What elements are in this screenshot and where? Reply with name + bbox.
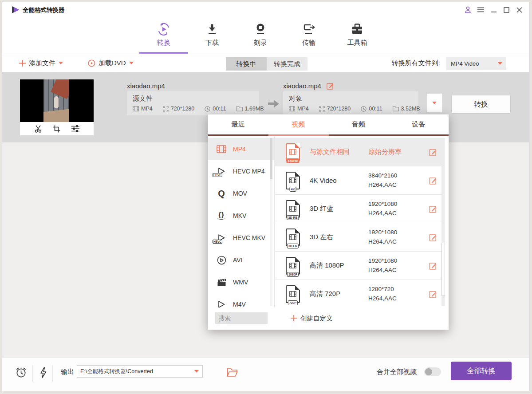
popup-tab-line <box>208 134 449 136</box>
format-item-mov[interactable]: Q MOV <box>208 182 274 205</box>
footer-divider <box>32 365 33 382</box>
merge-videos-toggle[interactable] <box>424 367 441 376</box>
edit-preset-icon[interactable] <box>429 205 437 213</box>
scrollbar-thumb[interactable] <box>270 138 272 179</box>
user-account-icon[interactable] <box>463 5 472 14</box>
format-picker-popup: 最近 视频 音频 设备 MP4 HEVC HEVC MP4 <box>208 114 449 330</box>
target-format-caret-icon <box>432 102 437 104</box>
crop-icon[interactable] <box>53 125 60 133</box>
preset-name: 与源文件相同 <box>310 148 368 156</box>
plus-icon <box>291 315 297 321</box>
popup-tab-device[interactable]: 设备 <box>389 114 449 134</box>
format-label: MOV <box>233 190 247 197</box>
plus-icon <box>19 60 26 67</box>
popup-tab-recent[interactable]: 最近 <box>208 114 268 134</box>
convert-icon <box>157 23 171 36</box>
convert-button[interactable]: 转换 <box>451 95 511 114</box>
preset-doc-icon: 4K <box>286 172 300 189</box>
convert-all-button[interactable]: 全部转换 <box>451 362 512 380</box>
download-icon <box>205 23 219 36</box>
format-item-mkv[interactable]: {} MKV <box>208 205 274 227</box>
preset-doc-icon: 1080P <box>286 257 300 275</box>
film-icon <box>289 106 295 111</box>
video-thumbnail[interactable] <box>20 79 94 122</box>
add-file-label: 添加文件 <box>29 59 55 67</box>
rename-edit-icon[interactable] <box>327 82 334 90</box>
output-format-caret-icon <box>498 62 502 65</box>
preset-row-same-as-source[interactable]: source 与源文件相同 原始分辨率 <box>275 138 442 166</box>
preset-row-3d-lr[interactable]: 3D LR 3D 左右 1920*1080 H264,AAC <box>275 223 442 252</box>
search-input[interactable] <box>215 312 268 324</box>
maximize-button[interactable] <box>502 5 511 14</box>
tab-converted[interactable]: 转换完成 <box>267 57 307 71</box>
hardware-acceleration-icon[interactable] <box>39 367 47 378</box>
load-dvd-button[interactable]: 加载DVD <box>88 54 134 72</box>
create-custom-button[interactable]: 创建自定义 <box>291 312 333 324</box>
edit-preset-icon[interactable] <box>429 290 437 298</box>
preset-resolution: 1920*1080 <box>368 228 397 237</box>
toolbar: 添加文件 加载DVD 转换中 转换完成 转换所有文件到: MP4 Video <box>2 54 529 72</box>
output-format-dropdown[interactable]: MP4 Video <box>446 57 506 70</box>
preset-list-scrollbar[interactable] <box>441 138 445 306</box>
effects-sliders-icon[interactable] <box>71 125 80 133</box>
popup-tab-video[interactable]: 视频 <box>268 114 329 134</box>
source-info-title: 源文件 <box>133 95 253 103</box>
format-label: MKV <box>233 212 246 219</box>
tab-burn[interactable]: 刻录 <box>244 17 277 54</box>
circled-play-icon <box>214 256 229 265</box>
resolution-icon <box>163 106 169 112</box>
schedule-clock-icon[interactable] <box>15 366 27 378</box>
tab-convert[interactable]: 转换 <box>147 17 181 54</box>
preset-codec: H264,AAC <box>368 237 397 247</box>
tab-download[interactable]: 下载 <box>195 17 229 54</box>
format-item-hevc-mp4[interactable]: HEVC HEVC MP4 <box>208 160 274 182</box>
trim-scissors-icon[interactable] <box>34 125 42 133</box>
target-format-dropdown-button[interactable] <box>426 93 442 113</box>
preset-row-4k[interactable]: 4K 4K Video 3840*2160 H264,AAC <box>275 166 442 195</box>
edit-preset-icon[interactable] <box>429 177 437 185</box>
format-label: WMV <box>233 279 248 286</box>
add-file-caret-icon[interactable] <box>59 62 63 64</box>
preset-badge: 4K <box>290 187 296 192</box>
preset-row-hd-720p[interactable]: 720P 高清 720P 1280*720 H264,AAC <box>275 280 442 307</box>
source-info-box: 源文件 MP4 720*1280 00:11 <box>127 91 259 115</box>
preset-row-hd-1080p[interactable]: 1080P 高清 1080P 1920*1080 H264,AAC <box>275 252 442 280</box>
format-item-wmv[interactable]: WMV <box>208 271 274 293</box>
convert-state-tabs: 转换中 转换完成 <box>226 57 307 71</box>
minimize-button[interactable] <box>489 5 498 14</box>
app-logo-icon <box>12 6 20 13</box>
window-title: 全能格式转换器 <box>23 6 65 14</box>
format-item-m4v[interactable]: M4V <box>208 293 274 307</box>
open-folder-icon[interactable] <box>227 368 238 377</box>
edit-preset-icon[interactable] <box>429 148 437 156</box>
merge-videos-label: 合并全部视频 <box>377 368 417 376</box>
format-item-hevc-mkv[interactable]: HEVC HEVC MKV <box>208 227 274 249</box>
clock-icon <box>361 106 366 112</box>
scrollbar-thumb[interactable] <box>441 243 445 296</box>
hevc-badge: HEVC <box>213 240 222 244</box>
thumbnail-image <box>43 79 69 122</box>
preset-row-3d-rb[interactable]: 3D RB 3D 红蓝 1920*1080 H264,AAC <box>275 195 442 223</box>
source-preset-icon: source <box>286 143 300 161</box>
preset-specs: 1920*1080 H264,AAC <box>368 228 397 247</box>
add-file-button[interactable]: 添加文件 <box>19 54 63 72</box>
burn-disc-icon <box>254 23 267 36</box>
format-list-scrollbar[interactable] <box>270 138 272 306</box>
format-item-avi[interactable]: AVI <box>208 249 274 271</box>
menu-icon[interactable] <box>476 5 485 14</box>
close-button[interactable] <box>515 5 524 14</box>
tab-converting[interactable]: 转换中 <box>226 57 267 71</box>
edit-preset-icon[interactable] <box>429 233 437 241</box>
hevc-badge: HEVC <box>213 173 222 177</box>
load-dvd-caret-icon[interactable] <box>129 62 134 64</box>
output-path-input[interactable] <box>77 365 203 378</box>
tab-transfer[interactable]: 传输 <box>292 17 326 54</box>
edit-preset-icon[interactable] <box>429 262 437 270</box>
popup-tab-audio[interactable]: 音频 <box>328 114 389 134</box>
tab-toolbox[interactable]: 工具箱 <box>340 17 374 54</box>
format-item-mp4[interactable]: MP4 <box>208 138 274 160</box>
main-nav: 转换 下载 刻录 传输 <box>147 17 374 54</box>
output-path-caret-icon[interactable] <box>194 370 199 373</box>
quicktime-q-icon: Q <box>214 189 229 197</box>
source-info-row: MP4 720*1280 00:11 1.69MB <box>133 106 253 112</box>
